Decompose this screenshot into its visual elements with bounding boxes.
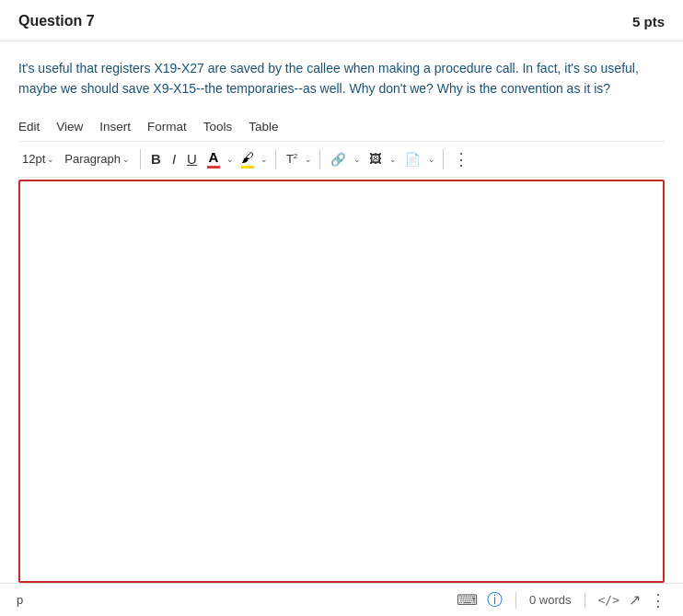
expand-icon[interactable]: ↗: [629, 591, 641, 609]
more-status-icon[interactable]: ⋮: [650, 590, 666, 610]
status-bar: p ⌨ ⓘ 0 words </> ↗ ⋮: [0, 583, 683, 616]
embed-icon: 📄: [405, 152, 421, 167]
separator-1: [140, 149, 141, 169]
superscript-chevron[interactable]: ⌄: [303, 154, 314, 165]
separator-2: [275, 149, 276, 169]
underline-button[interactable]: U: [182, 148, 202, 169]
menu-bar: Edit View Insert Format Tools Table: [18, 112, 665, 142]
paragraph-indicator: p: [17, 593, 23, 607]
toolbar: 12pt ⌄ Paragraph ⌄ B I U A: [18, 142, 665, 178]
font-size-value: 12pt: [22, 152, 45, 166]
superscript-group: T2 ⌄: [282, 149, 314, 169]
editor-textarea[interactable]: [20, 181, 663, 448]
status-separator-1: [515, 592, 516, 609]
editor-container: Edit View Insert Format Tools Table 12pt…: [18, 112, 665, 583]
image-group: 🖼 ⌄: [365, 149, 399, 169]
image-chevron-icon: ⌄: [389, 155, 397, 164]
highlight-color-group: 🖌 ⌄: [237, 148, 270, 170]
embed-chevron-icon: ⌄: [428, 155, 435, 164]
embed-button[interactable]: 📄: [400, 149, 425, 169]
highlight-chevron-icon: ⌄: [260, 155, 268, 164]
link-icon: 🔗: [330, 152, 346, 167]
superscript-chevron-icon: ⌄: [305, 155, 312, 164]
status-right: ⌨ ⓘ 0 words </> ↗ ⋮: [457, 589, 666, 610]
status-left: p: [17, 593, 23, 607]
menu-edit[interactable]: Edit: [18, 118, 40, 135]
paragraph-chevron-icon: ⌄: [122, 155, 130, 164]
image-button[interactable]: 🖼: [365, 149, 387, 169]
bold-button[interactable]: B: [146, 148, 166, 169]
highlight-icon: 🖌: [241, 150, 254, 165]
font-color-chevron-icon: ⌄: [226, 155, 234, 164]
highlight-color-bar: [241, 166, 254, 169]
editor-area-wrapper: [18, 180, 665, 583]
superscript-label: T2: [286, 152, 297, 166]
link-chevron-icon: ⌄: [353, 155, 361, 164]
italic-button[interactable]: I: [168, 148, 180, 169]
menu-insert[interactable]: Insert: [99, 118, 131, 135]
highlight-color-button[interactable]: 🖌: [237, 148, 258, 170]
image-icon: 🖼: [369, 152, 382, 166]
menu-table[interactable]: Table: [249, 118, 278, 135]
menu-format[interactable]: Format: [147, 118, 187, 135]
font-color-chevron[interactable]: ⌄: [225, 154, 236, 165]
menu-tools[interactable]: Tools: [203, 118, 233, 135]
keyboard-icon[interactable]: ⌨: [457, 591, 478, 609]
link-chevron[interactable]: ⌄: [352, 154, 363, 165]
status-separator-2: [585, 592, 585, 609]
question-title: Question 7: [18, 13, 95, 29]
question-body: It's useful that registers X19-X27 are s…: [0, 41, 683, 112]
embed-group: 📄 ⌄: [400, 149, 437, 169]
font-color-button[interactable]: A: [203, 147, 224, 170]
link-group: 🔗 ⌄: [326, 149, 363, 169]
superscript-button[interactable]: T2: [282, 149, 302, 169]
separator-4: [443, 149, 444, 169]
info-icon[interactable]: ⓘ: [487, 589, 503, 610]
more-options-button[interactable]: ⋮: [449, 147, 473, 171]
separator-3: [319, 149, 320, 169]
link-button[interactable]: 🔗: [326, 149, 351, 169]
font-size-selector[interactable]: 12pt ⌄: [18, 150, 58, 168]
embed-chevron[interactable]: ⌄: [426, 154, 437, 165]
font-size-chevron-icon: ⌄: [47, 155, 54, 164]
font-color-bar: [207, 166, 220, 169]
font-color-group: A ⌄: [203, 147, 236, 170]
pts-label: 5 pts: [632, 14, 665, 29]
font-color-a-label: A: [208, 149, 218, 165]
paragraph-value: Paragraph: [64, 152, 121, 166]
paragraph-selector[interactable]: Paragraph ⌄: [60, 150, 134, 168]
highlight-chevron[interactable]: ⌄: [259, 154, 270, 165]
code-view-icon[interactable]: </>: [598, 593, 619, 607]
menu-view[interactable]: View: [56, 118, 83, 135]
image-chevron[interactable]: ⌄: [388, 154, 399, 165]
word-count-label: 0 words: [529, 593, 572, 607]
page-container: Question 7 5 pts It's useful that regist…: [0, 0, 683, 616]
question-header: Question 7 5 pts: [0, 0, 683, 41]
question-text: It's useful that registers X19-X27 are s…: [18, 58, 665, 99]
